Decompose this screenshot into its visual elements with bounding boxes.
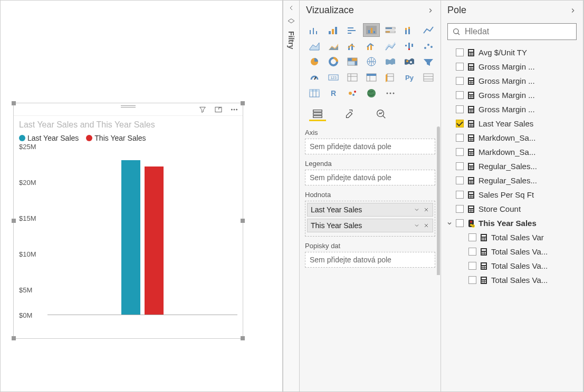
resize-handle[interactable] xyxy=(241,219,245,223)
close-icon[interactable] xyxy=(423,222,429,229)
viz-type-3[interactable] xyxy=(363,23,380,37)
viz-type-20[interactable] xyxy=(420,55,437,68)
field-checkbox[interactable] xyxy=(456,205,464,213)
viz-type-23[interactable] xyxy=(344,71,361,84)
viz-type-11[interactable] xyxy=(382,39,399,53)
search-input[interactable] xyxy=(465,27,572,36)
viz-type-15[interactable] xyxy=(325,55,342,68)
viz-type-24[interactable] xyxy=(363,71,380,84)
legend-item[interactable]: Last Year Sales xyxy=(19,134,79,142)
analytics-tab[interactable] xyxy=(372,107,389,121)
more-icon[interactable] xyxy=(230,105,238,114)
field-checkbox[interactable] xyxy=(456,105,464,113)
chevron-down-icon[interactable] xyxy=(414,222,420,229)
viz-type-7[interactable] xyxy=(306,39,323,53)
field-row[interactable]: Gross Margin ... xyxy=(444,102,580,116)
viz-type-4[interactable] xyxy=(382,23,399,37)
field-checkbox[interactable] xyxy=(456,77,464,85)
field-checkbox[interactable] xyxy=(456,219,464,227)
field-row[interactable]: Gross Margin ... xyxy=(444,88,580,102)
viz-type-29[interactable]: R xyxy=(325,86,342,100)
field-checkbox[interactable] xyxy=(456,91,464,99)
scrollbar-thumb[interactable] xyxy=(437,126,440,275)
field-checkbox[interactable] xyxy=(456,48,464,56)
field-row[interactable]: Total Sales Va... xyxy=(444,273,580,287)
chevron-left-icon[interactable] xyxy=(287,4,295,12)
viz-type-16[interactable] xyxy=(344,55,361,68)
viz-type-14[interactable] xyxy=(306,55,323,68)
viz-type-12[interactable] xyxy=(401,39,418,53)
viz-type-32[interactable] xyxy=(382,86,399,100)
fields-search[interactable] xyxy=(447,23,577,40)
viz-type-21[interactable] xyxy=(306,71,323,84)
viz-type-28[interactable] xyxy=(306,86,323,100)
viz-type-2[interactable] xyxy=(344,23,361,37)
field-checkbox[interactable] xyxy=(456,191,464,199)
field-row[interactable]: Regular_Sales... xyxy=(444,159,580,173)
field-row[interactable]: Markdown_Sa... xyxy=(444,131,580,145)
viz-type-19[interactable] xyxy=(401,55,418,68)
resize-handle[interactable] xyxy=(12,219,16,223)
field-row[interactable]: Gross Margin ... xyxy=(444,60,580,74)
viz-type-6[interactable] xyxy=(420,23,437,37)
chevron-down-icon[interactable] xyxy=(446,220,453,227)
field-row[interactable]: Total Sales Va... xyxy=(444,244,580,259)
format-tab[interactable] xyxy=(341,107,358,121)
viz-type-0[interactable] xyxy=(306,23,323,37)
tooltips-well[interactable]: Sem přidejte datová pole xyxy=(305,252,435,268)
viz-type-30[interactable] xyxy=(344,86,361,100)
bar-this-year[interactable] xyxy=(145,166,164,315)
resize-handle[interactable] xyxy=(12,101,16,105)
viz-type-31[interactable] xyxy=(363,86,380,100)
viz-type-27[interactable] xyxy=(420,71,437,84)
chart-visual[interactable]: Last Year Sales and This Year Sales Last… xyxy=(13,103,243,339)
field-row[interactable]: Markdown_Sa... xyxy=(444,145,580,159)
viz-type-17[interactable] xyxy=(363,55,380,68)
field-checkbox[interactable] xyxy=(456,63,464,71)
viz-type-1[interactable] xyxy=(325,23,342,37)
value-chip[interactable]: This Year Sales xyxy=(307,219,433,232)
field-row[interactable]: Last Year Sales xyxy=(444,116,580,131)
bar-last-year[interactable] xyxy=(121,160,140,315)
value-chip[interactable]: Last Year Sales xyxy=(307,203,433,217)
fields-tab[interactable] xyxy=(309,107,326,121)
field-row[interactable]: Regular_Sales... xyxy=(444,173,580,188)
value-well[interactable]: Last Year Sales This Year Sales xyxy=(305,201,435,237)
viz-type-25[interactable] xyxy=(382,71,399,84)
chevron-down-icon[interactable] xyxy=(414,207,420,213)
legend-well[interactable]: Sem přidejte datová pole xyxy=(305,170,435,185)
close-icon[interactable] xyxy=(423,207,429,213)
field-row[interactable]: Total Sales Var xyxy=(444,230,580,244)
viz-type-5[interactable] xyxy=(401,23,418,37)
field-checkbox[interactable] xyxy=(468,248,476,256)
legend-item[interactable]: This Year Sales xyxy=(86,134,146,142)
viz-type-13[interactable] xyxy=(420,39,437,53)
viz-type-8[interactable] xyxy=(325,39,342,53)
filters-icon[interactable] xyxy=(287,17,295,26)
field-row[interactable]: This Year Sales xyxy=(444,216,580,230)
viz-type-26[interactable]: Py xyxy=(401,71,418,84)
filter-icon[interactable] xyxy=(198,105,207,114)
viz-type-9[interactable] xyxy=(344,39,361,53)
field-checkbox[interactable] xyxy=(468,233,476,241)
field-checkbox[interactable] xyxy=(468,262,476,270)
filters-pane-collapsed[interactable]: Filtry xyxy=(283,1,300,391)
field-checkbox[interactable] xyxy=(456,148,464,156)
report-canvas[interactable]: Last Year Sales and This Year Sales Last… xyxy=(1,1,283,391)
resize-handle[interactable] xyxy=(241,101,245,105)
drag-handle-icon[interactable] xyxy=(121,105,136,109)
resize-handle[interactable] xyxy=(241,336,245,340)
field-row[interactable]: Avg $/Unit TY xyxy=(444,45,580,60)
field-row[interactable]: Store Count xyxy=(444,202,580,216)
field-checkbox[interactable] xyxy=(456,162,464,170)
focus-mode-icon[interactable] xyxy=(214,105,223,114)
field-checkbox[interactable] xyxy=(468,276,476,284)
field-checkbox[interactable] xyxy=(456,177,464,184)
resize-handle[interactable] xyxy=(12,336,16,340)
viz-type-18[interactable] xyxy=(382,55,399,68)
field-row[interactable]: Total Sales Va... xyxy=(444,259,580,273)
chevron-right-icon[interactable] xyxy=(569,7,577,14)
field-checkbox[interactable] xyxy=(456,120,464,128)
field-row[interactable]: Gross Margin ... xyxy=(444,74,580,88)
axis-well[interactable]: Sem přidejte datová pole xyxy=(305,139,435,154)
